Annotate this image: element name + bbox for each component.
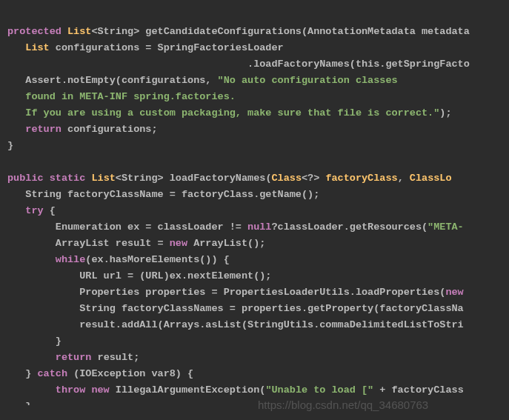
code-text: configurations; bbox=[67, 124, 158, 135]
keyword-try: try bbox=[25, 205, 49, 216]
type-classloader: ClassLo bbox=[410, 173, 452, 184]
keyword-null: null bbox=[247, 221, 271, 233]
code-text: } bbox=[7, 368, 38, 379]
param-factoryclass: factoryClass bbox=[325, 173, 397, 184]
type-list: List bbox=[25, 42, 56, 53]
code-text: <String> loadFactoryNames( bbox=[116, 173, 272, 184]
code-text: ); bbox=[439, 107, 451, 119]
code-text: URL url = (URL)ex.nextElement(); bbox=[7, 270, 271, 281]
code-text bbox=[7, 352, 56, 363]
code-text: ?classLoader.getResources( bbox=[271, 221, 428, 233]
code-text bbox=[7, 205, 25, 216]
keyword-protected: protected bbox=[7, 26, 67, 37]
code-text: (IOException var8) { bbox=[73, 368, 193, 379]
keyword-catch: catch bbox=[38, 368, 74, 379]
code-text: IllegalArgumentException( bbox=[116, 384, 266, 396]
string-literal: "META- bbox=[428, 221, 464, 233]
keyword-while: while bbox=[56, 254, 86, 265]
code-text: Enumeration ex = classLoader != bbox=[7, 221, 247, 233]
code-text bbox=[7, 124, 25, 135]
keyword-new: new bbox=[445, 287, 463, 298]
code-text: String factoryClassNames = properties.ge… bbox=[7, 303, 464, 314]
type-class: Class bbox=[271, 173, 302, 184]
code-text: } bbox=[7, 140, 13, 151]
code-text: Properties properties = PropertiesLoader… bbox=[7, 287, 445, 298]
keyword-return: return bbox=[25, 124, 67, 135]
code-text: ArrayList(); bbox=[193, 238, 265, 249]
keyword-return: return bbox=[56, 352, 98, 363]
code-text: configurations = SpringFactoriesLoader bbox=[56, 42, 284, 53]
code-text: result.addAll(Arrays.asList(StringUtils.… bbox=[7, 319, 464, 330]
code-text: } bbox=[7, 401, 31, 405]
code-text: , bbox=[398, 173, 410, 184]
keyword-static: static bbox=[50, 173, 92, 184]
type-list: List bbox=[67, 26, 91, 37]
code-text bbox=[7, 42, 25, 53]
string-literal: "No auto configuration classes bbox=[218, 75, 404, 86]
code-text: <?> bbox=[302, 173, 325, 184]
code-text: (ex.hasMoreElements()) { bbox=[85, 254, 229, 265]
string-literal: If you are using a custom packaging, mak… bbox=[7, 107, 439, 119]
code-text: String factoryClassName = factoryClass.g… bbox=[7, 189, 319, 200]
code-text: Assert.notEmpty(configurations, bbox=[7, 75, 218, 86]
string-literal: "Unable to load [" bbox=[265, 384, 379, 396]
code-text: result; bbox=[98, 352, 140, 363]
code-text: } bbox=[7, 336, 61, 347]
keyword-throw: throw bbox=[56, 384, 92, 396]
code-text: .loadFactoryNames(this.getSpringFacto bbox=[7, 59, 470, 70]
code-text bbox=[7, 384, 56, 396]
code-text bbox=[7, 254, 56, 265]
code-text: <String> getCandidateConfigurations(Anno… bbox=[91, 26, 469, 37]
type-list: List bbox=[91, 173, 115, 184]
keyword-new: new bbox=[170, 238, 193, 249]
keyword-new: new bbox=[91, 384, 115, 396]
string-literal: found in META-INF spring.factories. bbox=[7, 91, 242, 102]
code-text: ArrayList result = bbox=[7, 238, 170, 249]
keyword-public: public bbox=[7, 173, 50, 184]
code-block: protected List<String> getCandidateConfi… bbox=[0, 0, 500, 405]
code-text: { bbox=[50, 205, 56, 216]
code-text: + factoryClass bbox=[379, 384, 463, 396]
